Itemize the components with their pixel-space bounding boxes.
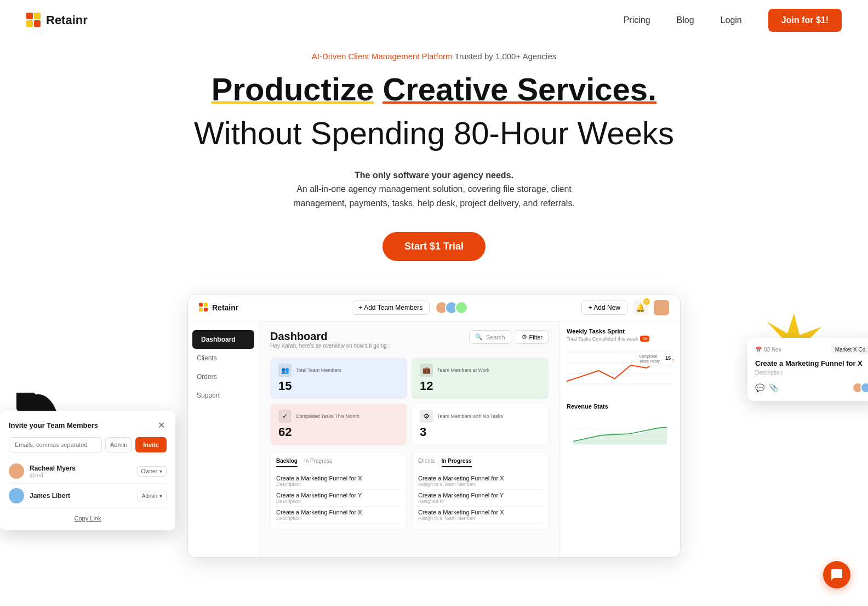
nav-pricing[interactable]: Pricing [624, 15, 650, 25]
dashboard-stats: 👥 Total Team Members 15 💼 Team Members a… [270, 358, 549, 445]
invite-send-button[interactable]: Invite [135, 437, 167, 452]
stat-team-members: 👥 Total Team Members 15 [270, 358, 407, 399]
logo[interactable]: Retainr [26, 13, 88, 28]
tab-clients[interactable]: Clients [418, 458, 435, 467]
db-add-new-btn[interactable]: + Add New [581, 301, 627, 315]
nav-cta-button[interactable]: Join for $1! [768, 9, 842, 32]
dashboard-topbar: Retainr + Add Team Members + Add New 🔔 2 [188, 294, 680, 321]
svg-rect-3 [34, 20, 41, 27]
check-icon: ✓ [278, 410, 292, 423]
invite-copy-link[interactable]: Copy Link [9, 515, 167, 522]
db-add-team-btn[interactable]: + Add Team Members [352, 301, 430, 315]
preview-section: Retainr + Add Team Members + Add New 🔔 2 [0, 294, 868, 558]
db-topbar-center: + Add Team Members [352, 301, 469, 315]
svg-rect-0 [26, 13, 33, 19]
task-row-r1: Create a Marketing Funnel for X Assign t… [418, 473, 542, 490]
chat-icon [830, 568, 843, 581]
sidebar-item-support[interactable]: Support [188, 386, 259, 405]
calendar-icon: 📅 [755, 347, 762, 353]
nav-links: Pricing Blog Login Join for $1! [624, 9, 842, 32]
weekly-chart-panel: Weekly Tasks Sprint Total Tasks Complete… [559, 321, 680, 557]
dashboard-lower: Backlog In Progress Create a Marketing F… [270, 452, 549, 530]
svg-text:Tasks Today: Tasks Today [639, 360, 660, 364]
task-card-title: Create a Marketing Funnel for X [755, 359, 868, 367]
task-row-2: Create a Marketing Funnel for Y Descript… [276, 490, 401, 507]
weekly-chart-svg: Completed Tasks Today 15 [567, 346, 673, 390]
navigation: Retainr Pricing Blog Login Join for $1! [0, 0, 868, 41]
stat-notasks-label: Team Members with No Tasks [437, 414, 503, 419]
hero-word-services: Creative Services. [382, 71, 656, 107]
task-card-header: 📅 03 Nov Market X Co. [755, 346, 868, 354]
stat-completed-tasks: ✓ Completed Tasks This Month 62 [270, 404, 407, 445]
work-icon: 💼 [420, 364, 433, 377]
invite-member-1: Racheal Myers @rnd Owner ▾ [9, 459, 167, 484]
sidebar-item-clients[interactable]: Clients [188, 349, 259, 367]
invite-close-button[interactable]: ✕ [156, 420, 167, 431]
stat-at-work: 💼 Team Members at Work 12 [412, 358, 549, 399]
sidebar-item-dashboard[interactable]: Dashboard [192, 330, 254, 349]
db-logo-icon [199, 303, 209, 313]
member-info-james: James Libert [30, 492, 70, 500]
db-avatars [435, 301, 468, 314]
dashboard-filter[interactable]: ⚙ Filter [516, 330, 549, 344]
svg-rect-8 [204, 303, 208, 307]
tasks-inprogress-col: Clients In Progress Create a Marketing F… [412, 452, 549, 530]
dashboard-header: Dashboard Hey Karan, here's an overview … [270, 330, 549, 349]
invite-role-select[interactable]: Admin [105, 437, 132, 452]
db-logo: Retainr [199, 303, 238, 313]
tasks-backlog-col: Backlog In Progress Create a Marketing F… [270, 452, 407, 530]
nav-blog[interactable]: Blog [677, 15, 694, 25]
invite-member-2: James Libert Admin ▾ [9, 484, 167, 508]
task-card-description: Description [755, 370, 868, 376]
hero-tagline-link[interactable]: AI-Driven Client Management Platform [312, 52, 453, 61]
dashboard-sidebar: Dashboard Clients Orders Support [188, 321, 259, 557]
svg-text:15: 15 [665, 356, 671, 361]
hero-cta-button[interactable]: Start $1 Trial [382, 232, 486, 261]
dashboard-search[interactable]: 🔍 Search [469, 330, 511, 344]
team-icon: 👥 [278, 364, 292, 377]
task-avatar-2 [860, 382, 868, 393]
task-row-3: Create a Marketing Funnel for X Descript… [276, 507, 401, 524]
attachment-icon[interactable]: 📎 [769, 383, 778, 392]
chat-bubble[interactable] [823, 561, 850, 588]
db-notifications[interactable]: 🔔 2 [633, 300, 648, 315]
member-avatar-racheal [9, 463, 24, 479]
tab-inprogress-right[interactable]: In Progress [442, 458, 472, 467]
task-row-r3: Create a Marketing Funnel for X Assign t… [418, 507, 542, 524]
message-icon[interactable]: 💬 [755, 383, 764, 392]
hero-subheadline: The only software your agency needs. An … [270, 168, 598, 211]
member-avatar-james [9, 488, 24, 503]
gear-icon: ⚙ [420, 410, 433, 423]
svg-rect-7 [199, 303, 203, 307]
task-row-1: Create a Marketing Funnel for X Descript… [276, 473, 401, 490]
filter-icon: ⚙ [522, 333, 527, 341]
dashboard-preview: Retainr + Add Team Members + Add New 🔔 2 [187, 294, 681, 558]
tab-in-progress[interactable]: In Progress [304, 458, 332, 467]
db-avatar-3 [455, 301, 468, 314]
member-info-racheal: Racheal Myers @rnd [30, 465, 76, 478]
invite-email-input[interactable] [9, 437, 102, 452]
revenue-section: Revenue Stats [567, 403, 673, 449]
member-role-racheal[interactable]: Owner ▾ [137, 466, 167, 477]
hero-section: AI-Driven Client Management Platform Tru… [0, 41, 868, 294]
dashboard-title: Dashboard [270, 330, 390, 343]
hero-headline-line2: Without Spending 80-Hour Weeks [26, 116, 842, 151]
task-card-floating: 📅 03 Nov Market X Co. Create a Marketing… [747, 338, 868, 401]
tasks-tabs-right: Clients In Progress [418, 458, 542, 467]
search-icon: 🔍 [475, 333, 483, 341]
db-topbar-right: + Add New 🔔 2 [581, 300, 669, 315]
tab-backlog[interactable]: Backlog [276, 458, 298, 467]
member-role-james[interactable]: Admin ▾ [138, 491, 167, 501]
stat-no-tasks: ⚙ Team Members with No Tasks 3 [412, 404, 549, 445]
invite-modal-title: Invite your Team Members [9, 421, 98, 429]
chart-subtitle: Total Tasks Completed this week 34 [567, 336, 673, 342]
nav-login[interactable]: Login [721, 15, 742, 25]
dashboard-title-block: Dashboard Hey Karan, here's an overview … [270, 330, 390, 349]
revenue-chart-svg [567, 414, 673, 447]
sidebar-item-orders[interactable]: Orders [188, 367, 259, 386]
dashboard-subtitle: Hey Karan, here's an overview on how's i… [270, 343, 390, 349]
hero-word-productize: Productize [212, 71, 374, 107]
stat-completed-value: 62 [278, 425, 399, 439]
db-user-avatar[interactable] [654, 300, 669, 315]
svg-rect-9 [199, 308, 203, 312]
